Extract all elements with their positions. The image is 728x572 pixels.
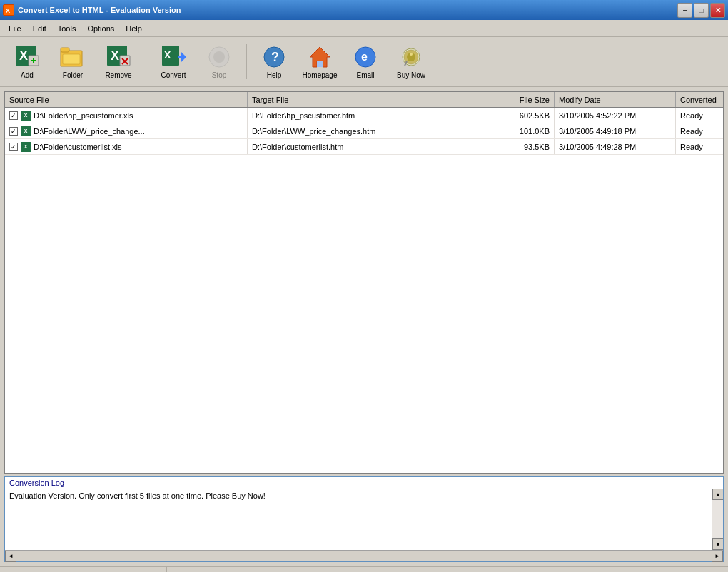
svg-text:X: X bbox=[111, 48, 119, 63]
svg-text:?: ? bbox=[271, 50, 279, 64]
scroll-left-btn[interactable]: ◄ bbox=[5, 551, 16, 562]
conversion-log: Conversion Log Evaluation Version. Only … bbox=[4, 476, 724, 562]
menu-file[interactable]: File bbox=[3, 23, 27, 34]
help-icon: ? bbox=[261, 44, 287, 70]
file-list-body: X D:\Folder\hp_pscustomer.xls D:\Folder\… bbox=[5, 108, 723, 473]
menu-help[interactable]: Help bbox=[120, 23, 148, 34]
log-scrollbar-h[interactable]: ◄ ► bbox=[5, 550, 723, 561]
svg-rect-18 bbox=[178, 56, 186, 58]
svg-rect-24 bbox=[317, 61, 323, 67]
scroll-up-btn[interactable]: ▲ bbox=[712, 489, 723, 500]
close-button[interactable]: ✕ bbox=[710, 3, 725, 18]
toolbar: X Add Folder X bbox=[0, 37, 728, 87]
convert-button-label: Convert bbox=[161, 71, 186, 79]
date-cell-1: 3/10/2005 4:52:22 PM bbox=[555, 108, 676, 123]
col-status: Converted bbox=[676, 92, 724, 107]
svg-rect-9 bbox=[63, 54, 80, 64]
stop-icon bbox=[206, 44, 232, 70]
file-list-header: Source File Target File File Size Modify… bbox=[5, 92, 723, 108]
add-button-label: Add bbox=[21, 71, 34, 79]
email-button-label: Email bbox=[356, 71, 374, 79]
file-icon-1: X bbox=[21, 111, 31, 121]
toolbar-separator-1 bbox=[146, 44, 146, 79]
email-button[interactable]: e Email bbox=[344, 40, 387, 83]
scroll-right-btn[interactable]: ► bbox=[712, 551, 723, 562]
help-button[interactable]: ? Help bbox=[253, 40, 295, 83]
log-scroll-area: Evaluation Version. Only convert first 5… bbox=[5, 489, 723, 550]
col-target: Target File bbox=[248, 92, 490, 107]
svg-point-31 bbox=[410, 53, 413, 56]
status-cell-3: Ready bbox=[676, 139, 723, 154]
source-cell-2: X D:\Folder\LWW_price_change... bbox=[5, 123, 248, 138]
col-date: Modify Date bbox=[555, 92, 676, 107]
stop-button-label: Stop bbox=[212, 71, 227, 79]
col-source: Source File bbox=[5, 92, 248, 107]
homepage-button[interactable]: Homepage bbox=[298, 40, 341, 83]
main-container: Source File Target File File Size Modify… bbox=[0, 87, 728, 566]
status-middle bbox=[167, 567, 643, 572]
date-cell-3: 3/10/2005 4:49:28 PM bbox=[555, 139, 676, 154]
checkbox-2[interactable] bbox=[9, 127, 18, 136]
source-cell-3: X D:\Folder\customerlist.xls bbox=[5, 139, 248, 154]
minimize-button[interactable]: – bbox=[677, 3, 692, 18]
size-cell-3: 93.5KB bbox=[490, 139, 555, 154]
maximize-button[interactable]: □ bbox=[694, 3, 709, 18]
status-total: Total 3 Files bbox=[642, 567, 728, 572]
date-cell-2: 3/10/2005 4:49:18 PM bbox=[555, 123, 676, 138]
col-size: File Size bbox=[490, 92, 555, 107]
convert-icon: X bbox=[161, 44, 186, 70]
target-cell-3: D:\Folder\customerlist.htm bbox=[248, 139, 490, 154]
table-row: X D:\Folder\LWW_price_change... D:\Folde… bbox=[5, 123, 723, 139]
table-row: X D:\Folder\customerlist.xls D:\Folder\c… bbox=[5, 139, 723, 155]
log-scrollbar-v[interactable]: ▲ ▼ bbox=[712, 489, 723, 550]
window-title: Convert Excel to HTML - Evaluation Versi… bbox=[18, 6, 181, 14]
log-text: Evaluation Version. Only convert first 5… bbox=[5, 489, 712, 550]
status-selected: 3 Selected file(s) bbox=[0, 567, 167, 572]
convert-button[interactable]: X Convert bbox=[152, 40, 195, 83]
title-bar: X Convert Excel to HTML - Evaluation Ver… bbox=[0, 0, 728, 20]
menu-options[interactable]: Options bbox=[81, 23, 120, 34]
size-cell-2: 101.0KB bbox=[490, 123, 555, 138]
folder-button[interactable]: Folder bbox=[51, 40, 94, 83]
app-icon: X bbox=[3, 4, 14, 16]
status-bar: 3 Selected file(s) Total 3 Files bbox=[0, 566, 728, 572]
svg-text:X: X bbox=[164, 49, 171, 61]
svg-point-20 bbox=[213, 51, 225, 63]
scroll-track[interactable] bbox=[712, 500, 723, 538]
buynow-button[interactable]: Buy Now bbox=[390, 40, 433, 83]
file-icon-2: X bbox=[21, 126, 31, 136]
source-path-3: D:\Folder\customerlist.xls bbox=[34, 143, 121, 151]
source-path-2: D:\Folder\LWW_price_change... bbox=[34, 127, 145, 136]
add-icon: X bbox=[14, 44, 40, 70]
target-cell-1: D:\Folder\hp_pscustomer.htm bbox=[248, 108, 490, 123]
checkbox-1[interactable] bbox=[9, 111, 18, 120]
file-list: Source File Target File File Size Modify… bbox=[4, 91, 724, 474]
source-path-1: D:\Folder\hp_pscustomer.xls bbox=[34, 111, 133, 120]
remove-icon: X bbox=[106, 44, 131, 70]
menu-tools[interactable]: Tools bbox=[52, 23, 82, 34]
source-cell-1: X D:\Folder\hp_pscustomer.xls bbox=[5, 108, 248, 123]
menu-bar: File Edit Tools Options Help bbox=[0, 20, 728, 37]
stop-button[interactable]: Stop bbox=[198, 40, 241, 83]
homepage-icon bbox=[307, 44, 333, 70]
buynow-button-label: Buy Now bbox=[397, 71, 425, 79]
svg-text:X: X bbox=[19, 48, 28, 63]
email-icon: e bbox=[353, 44, 378, 70]
scroll-down-btn[interactable]: ▼ bbox=[712, 538, 723, 550]
toolbar-separator-2 bbox=[246, 44, 247, 79]
add-button[interactable]: X Add bbox=[6, 40, 49, 83]
file-icon-3: X bbox=[21, 142, 31, 152]
svg-rect-8 bbox=[61, 48, 69, 52]
buynow-icon bbox=[398, 44, 424, 70]
table-row: X D:\Folder\hp_pscustomer.xls D:\Folder\… bbox=[5, 108, 723, 123]
checkbox-3[interactable] bbox=[9, 143, 18, 151]
menu-edit[interactable]: Edit bbox=[27, 23, 52, 34]
status-cell-1: Ready bbox=[676, 108, 723, 123]
size-cell-1: 602.5KB bbox=[490, 108, 555, 123]
svg-text:e: e bbox=[361, 51, 368, 63]
remove-button[interactable]: X Remove bbox=[97, 40, 140, 83]
homepage-button-label: Homepage bbox=[303, 71, 338, 79]
svg-text:X: X bbox=[6, 6, 11, 14]
remove-button-label: Remove bbox=[105, 71, 131, 79]
folder-button-label: Folder bbox=[63, 71, 83, 79]
